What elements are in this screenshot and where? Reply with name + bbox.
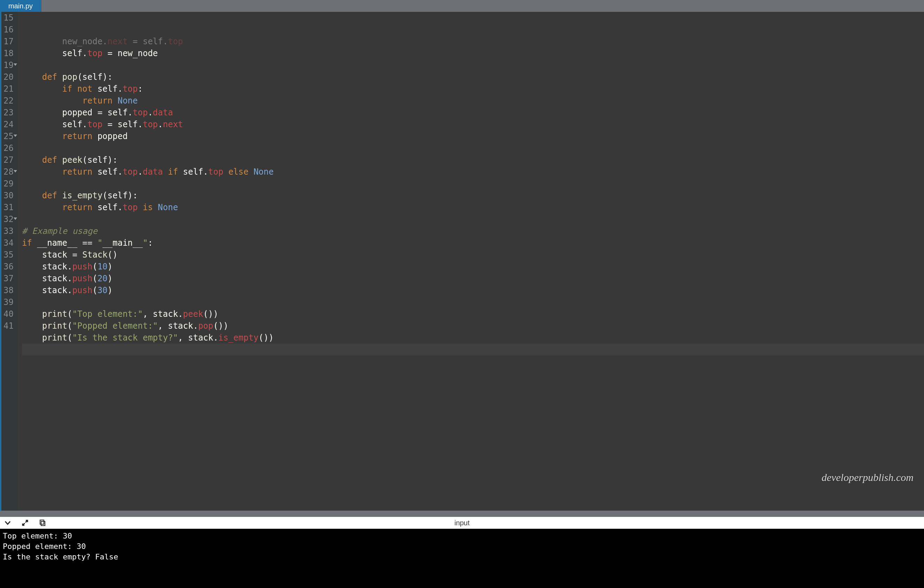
line-number[interactable]: 17	[3, 36, 13, 48]
collapse-panel-icon[interactable]	[3, 519, 12, 527]
line-number[interactable]: 38	[3, 284, 13, 296]
console-output[interactable]: Top element: 30 Popped element: 30 Is th…	[0, 529, 924, 588]
line-number[interactable]: 25	[3, 130, 13, 142]
code-line[interactable]: self.top = new_node	[22, 48, 924, 59]
code-line[interactable]: def pop(self):	[22, 71, 924, 83]
line-number[interactable]: 39	[3, 296, 13, 308]
line-number[interactable]: 24	[3, 119, 13, 130]
code-line[interactable]: def peek(self):	[22, 154, 924, 166]
code-line[interactable]	[22, 213, 924, 225]
code-line[interactable]: def is_empty(self):	[22, 190, 924, 202]
line-number-gutter[interactable]: 1516171819202122232425262728293031323334…	[0, 12, 18, 510]
code-line[interactable]: return popped	[22, 130, 924, 142]
code-line[interactable]: print("Top element:", stack.peek())	[22, 308, 924, 320]
expand-panel-icon[interactable]	[21, 519, 29, 527]
code-line[interactable]: new_node.next = self.top	[22, 36, 924, 48]
line-number[interactable]: 41	[3, 320, 13, 332]
code-line[interactable]	[22, 344, 924, 355]
editor-panel-divider[interactable]	[0, 510, 924, 517]
line-number[interactable]: 29	[3, 178, 13, 190]
panel-title: input	[454, 519, 469, 527]
line-number[interactable]: 23	[3, 107, 13, 119]
code-line[interactable]: return None	[22, 95, 924, 107]
code-line[interactable]: stack.push(30)	[22, 284, 924, 296]
line-number[interactable]: 31	[3, 202, 13, 213]
svg-rect-2	[41, 522, 45, 525]
editor: 1516171819202122232425262728293031323334…	[0, 12, 924, 510]
code-line[interactable]: stack.push(10)	[22, 261, 924, 273]
line-number[interactable]: 40	[3, 308, 13, 320]
line-number[interactable]: 33	[3, 225, 13, 237]
line-number[interactable]: 30	[3, 190, 13, 202]
line-number[interactable]: 27	[3, 154, 13, 166]
line-number[interactable]: 21	[3, 83, 13, 95]
line-number[interactable]: 20	[3, 71, 13, 83]
code-area[interactable]: new_node.next = self.top self.top = new_…	[18, 12, 924, 510]
code-line[interactable]	[22, 296, 924, 308]
line-number[interactable]: 16	[3, 24, 13, 36]
code-line[interactable]: return self.top is None	[22, 202, 924, 213]
code-line[interactable]	[22, 178, 924, 190]
code-line[interactable]: # Example usage	[22, 225, 924, 237]
line-number[interactable]: 32	[3, 213, 13, 225]
code-line[interactable]: stack.push(20)	[22, 273, 924, 284]
copy-output-icon[interactable]	[38, 519, 47, 527]
code-line[interactable]: return self.top.data if self.top else No…	[22, 166, 924, 178]
tab-bar: main.py	[0, 0, 924, 12]
svg-rect-3	[40, 520, 44, 524]
code-line[interactable]: self.top = self.top.next	[22, 119, 924, 130]
line-number[interactable]: 37	[3, 273, 13, 284]
code-line[interactable]: popped = self.top.data	[22, 107, 924, 119]
line-number[interactable]: 18	[3, 48, 13, 59]
line-number[interactable]: 26	[3, 142, 13, 154]
code-line[interactable]: print("Popped element:", stack.pop())	[22, 320, 924, 332]
code-line[interactable]: if __name__ == "__main__":	[22, 237, 924, 249]
code-line[interactable]	[22, 59, 924, 71]
watermark: developerpublish.com	[822, 472, 914, 484]
output-panel-header: input	[0, 517, 924, 529]
line-number[interactable]: 19	[3, 59, 13, 71]
code-line[interactable]: if not self.top:	[22, 83, 924, 95]
line-number[interactable]: 15	[3, 12, 13, 24]
code-line[interactable]: stack = Stack()	[22, 249, 924, 261]
panel-toolbar	[0, 519, 47, 527]
code-line[interactable]: print("Is the stack empty?", stack.is_em…	[22, 332, 924, 344]
tab-main-py[interactable]: main.py	[0, 0, 41, 12]
line-number[interactable]: 36	[3, 261, 13, 273]
line-number[interactable]: 34	[3, 237, 13, 249]
line-number[interactable]: 28	[3, 166, 13, 178]
line-number[interactable]: 35	[3, 249, 13, 261]
line-number[interactable]: 22	[3, 95, 13, 107]
code-line[interactable]	[22, 142, 924, 154]
